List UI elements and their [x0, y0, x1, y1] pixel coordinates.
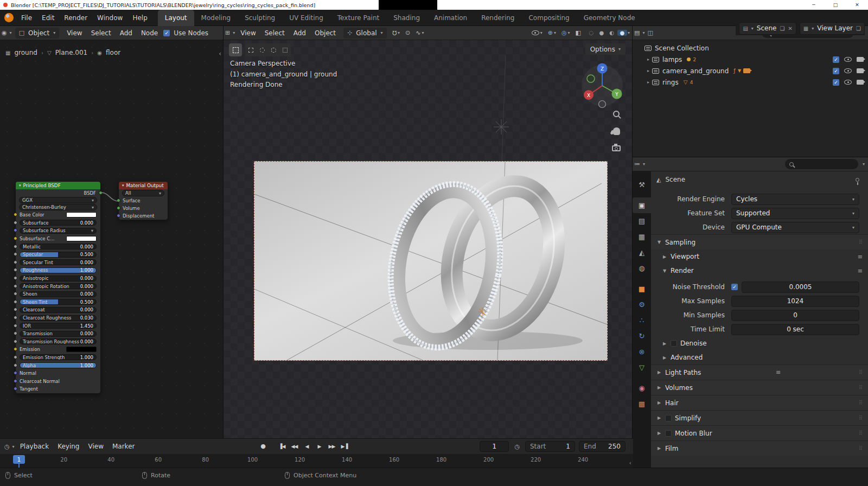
disable-render-camera-icon[interactable] [857, 57, 864, 62]
socket-gray-icon[interactable] [14, 331, 17, 335]
panel-collapse-arrow[interactable]: ‹ [219, 50, 221, 57]
shader-menu-select[interactable]: Select [87, 26, 116, 40]
preset-list-icon[interactable]: ≡ [776, 369, 781, 376]
view-layer-name[interactable]: View Layer [817, 24, 853, 32]
properties-tab-material-icon[interactable]: ◉ [633, 380, 651, 396]
panel-grip-icon[interactable]: ⠿ [859, 385, 863, 391]
node-input-clearcoat-roughness[interactable]: Clearcoat Roughness0.030 [16, 314, 100, 322]
node-input-specular-tint[interactable]: Specular Tint0.000 [16, 259, 100, 267]
socket-gray-icon[interactable] [14, 363, 17, 367]
editor-type-icon[interactable]: ▤ [633, 29, 641, 36]
pan-hand-icon[interactable] [613, 127, 620, 135]
use-nodes-checkbox[interactable]: ✓ [163, 30, 170, 36]
socket-gray-icon[interactable] [14, 252, 17, 256]
outliner-row-lamps[interactable]: ▸lamps2✓ [633, 54, 868, 65]
socket-gray-icon[interactable] [14, 316, 17, 319]
socket-purple-icon[interactable] [14, 228, 17, 232]
properties-tab-view-layer-icon[interactable]: ▦ [633, 229, 651, 245]
tweak-tool-button[interactable] [245, 43, 257, 56]
region-corner-arrow[interactable]: ‹ [629, 461, 631, 466]
tab-compositing[interactable]: Compositing [521, 10, 576, 26]
socket-purple-icon[interactable] [14, 387, 17, 391]
view-layer-copy-icon[interactable]: ❏ [856, 25, 861, 31]
node-input-tangent[interactable]: Tangent [16, 385, 100, 393]
shader-menu-node[interactable]: Node [137, 26, 162, 40]
panel-grip-icon[interactable]: ⠿ [859, 239, 863, 245]
hide-viewport-eye-icon[interactable] [844, 68, 852, 73]
editor-type-icon[interactable]: ◷ [0, 443, 11, 450]
start-frame-field[interactable]: Start 1 [525, 441, 575, 452]
expand-icon[interactable]: ▸ [644, 80, 652, 85]
shader-menu-add[interactable]: Add [116, 26, 137, 40]
panel-grip-icon[interactable]: ⠿ [859, 415, 863, 421]
viewport-canvas[interactable] [224, 40, 632, 438]
node-input-sheen-tint[interactable]: Sheen Tint0.500 [16, 298, 100, 306]
socket-gray-icon[interactable] [14, 284, 17, 288]
editor-type-icon[interactable]: ⊞ [224, 29, 232, 36]
close-button[interactable]: ✕ [846, 0, 868, 10]
value-slider[interactable]: Clearcoat Roughness0.030 [20, 315, 97, 321]
gizmo-z-axis[interactable]: Z [601, 66, 604, 72]
panel-grip-icon[interactable]: ⠿ [859, 400, 863, 406]
view-layer-selector[interactable]: ▦ ▾ View Layer ❏ [800, 22, 865, 35]
gizmo-z-neg-axis[interactable] [599, 101, 606, 108]
proportional-falloff-dropdown[interactable]: ∿▾ [413, 29, 426, 36]
properties-tab-physics-icon[interactable]: ↻ [633, 328, 651, 344]
tab-texture-paint[interactable]: Texture Paint [330, 10, 386, 26]
panel-checkbox[interactable]: ✓ [665, 430, 672, 437]
value-slider[interactable]: Anisotropic Rotation0.000 [20, 283, 97, 289]
socket-gray-icon[interactable] [14, 340, 17, 343]
menu-render[interactable]: Render [59, 10, 92, 26]
node-input-specular[interactable]: Specular0.500 [16, 251, 100, 259]
preset-list-icon[interactable]: ≡ [858, 267, 863, 274]
field-value-time-limit[interactable]: 0 sec [731, 324, 859, 335]
field-dropdown-render-engine[interactable]: Cycles▾ [731, 194, 859, 205]
shading-material-button[interactable]: ◐ [607, 30, 617, 36]
exclude-checkbox[interactable]: ✓ [833, 56, 839, 63]
show-gizmo-toggle[interactable]: ⊕▾ [546, 29, 558, 36]
panel-sampling-render[interactable]: ▼ Render ≡ [651, 264, 868, 278]
play-reverse-button[interactable]: ◀ [301, 440, 312, 452]
jump-to-start-button[interactable]: ▐◀ [276, 440, 288, 452]
node-input-anisotropic[interactable]: Anisotropic0.000 [16, 274, 100, 283]
color-swatch[interactable] [66, 212, 97, 218]
camera-view-icon[interactable] [612, 145, 621, 151]
disable-render-camera-icon[interactable] [857, 68, 864, 73]
socket-gray-icon[interactable] [14, 221, 17, 225]
preview-range-clock-icon[interactable]: ◷ [513, 443, 521, 450]
options-button[interactable]: Options ▾ [585, 43, 626, 55]
properties-tab-world-icon[interactable]: ◍ [633, 260, 651, 276]
node-input-clearcoat[interactable]: Clearcoat0.000 [16, 306, 100, 314]
editor-type-icon[interactable]: ≔ [633, 161, 642, 168]
properties-tab-object-data-icon[interactable]: ▽ [633, 360, 651, 375]
viewport-menu-add[interactable]: Add [289, 26, 310, 40]
node-input-alpha[interactable]: Alpha1.000 [16, 361, 100, 369]
node-input-roughness[interactable]: Roughness1.000 [16, 266, 100, 274]
panel-grip-icon[interactable]: ⠿ [859, 430, 863, 436]
node-input-normal[interactable]: Normal [16, 369, 100, 378]
field-value-max-samples[interactable]: 1024 [731, 296, 859, 307]
shader-type-dropdown[interactable]: □ Object ▾ [15, 28, 60, 39]
timeline-ruler[interactable]: 20406080100120140160180200220240 1 ‹ [0, 454, 633, 468]
value-slider[interactable]: Alpha1.000 [20, 362, 97, 368]
shading-wireframe-button[interactable]: ◌ [586, 30, 596, 36]
properties-tab-texture-icon[interactable]: ▩ [633, 396, 651, 412]
breadcrumb-item-floor[interactable]: floor [106, 49, 120, 56]
properties-tab-scene-icon[interactable]: ◭ [633, 245, 651, 260]
end-frame-field[interactable]: End 250 [579, 441, 626, 452]
node-input-displacement[interactable]: Displacement [119, 212, 168, 220]
scene-browse-icon[interactable]: ▤ [743, 25, 748, 31]
node-input-ior[interactable]: IOR1.450 [16, 322, 100, 330]
value-slider[interactable]: Roughness1.000 [20, 267, 97, 273]
panel-simplify[interactable]: ▶✓Simplify⠿ [651, 410, 868, 425]
panel-checkbox[interactable]: ✓ [665, 415, 672, 421]
node-input-sheen[interactable]: Sheen0.000 [16, 290, 100, 298]
transform-orientation-dropdown[interactable]: ⊹ Global ▾ [343, 28, 387, 39]
socket-purple-icon[interactable] [117, 214, 120, 218]
properties-search[interactable] [785, 159, 858, 169]
socket-gray-icon[interactable] [14, 260, 17, 264]
hide-viewport-eye-icon[interactable] [844, 80, 852, 85]
vector-field[interactable]: Subsurface Radius▾ [20, 228, 97, 234]
color-swatch[interactable] [66, 347, 97, 352]
tab-rendering[interactable]: Rendering [474, 10, 521, 26]
